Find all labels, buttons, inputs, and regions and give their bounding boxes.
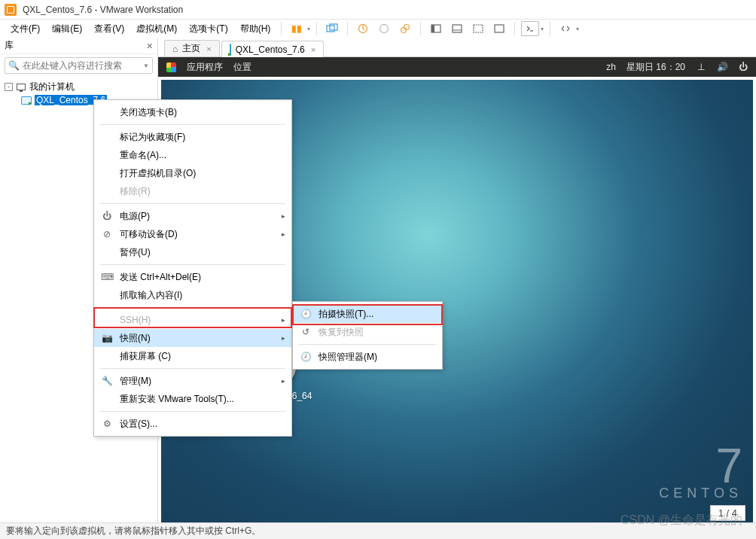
svg-rect-7 xyxy=(431,25,434,32)
menu-view[interactable]: 查看(V) xyxy=(90,21,129,37)
menu-file[interactable]: 文件(F) xyxy=(6,21,44,37)
status-bar: 要将输入定向到该虚拟机，请将鼠标指针移入其中或按 Ctrl+G。 xyxy=(0,522,756,539)
view-console-icon[interactable] xyxy=(490,21,508,36)
view-fullscreen-icon[interactable] xyxy=(469,21,487,36)
sub-snapshot-manager[interactable]: 🕗快照管理器(M) xyxy=(293,348,442,366)
ctx-favorite[interactable]: 标记为收藏项(F) xyxy=(94,128,291,146)
volume-icon[interactable]: 🔊 xyxy=(717,62,727,72)
guest-applications[interactable]: 应用程序 xyxy=(187,61,223,74)
snapshot-revert-icon[interactable] xyxy=(375,21,393,36)
ctx-close-tab[interactable]: 关闭选项卡(B) xyxy=(94,103,291,121)
ctx-pause[interactable]: 暂停(U) xyxy=(94,243,291,261)
status-text: 要将输入定向到该虚拟机，请将鼠标指针移入其中或按 Ctrl+G。 xyxy=(6,525,261,537)
settings-icon: ⚙ xyxy=(100,419,114,429)
screens-icon[interactable] xyxy=(323,21,341,36)
title-bar: QXL_Centos_7.6 - VMware Workstation xyxy=(0,0,756,20)
snapshot-icon: 📷 xyxy=(100,333,114,343)
network-icon[interactable]: ⊥ xyxy=(696,62,706,72)
view-single-icon[interactable] xyxy=(427,21,445,36)
close-icon[interactable]: × xyxy=(311,45,316,54)
snapshot-take-icon[interactable] xyxy=(354,21,372,36)
window-title: QXL_Centos_7.6 - VMware Workstation xyxy=(23,5,183,15)
svg-rect-8 xyxy=(453,25,462,32)
tree-root[interactable]: - 我的计算机 xyxy=(5,80,153,93)
computer-icon xyxy=(16,82,26,91)
ctx-grab[interactable]: 抓取输入内容(I) xyxy=(94,286,291,304)
revert-icon: ↺ xyxy=(299,327,312,337)
vm-icon xyxy=(230,44,231,55)
ctx-removable[interactable]: ⊘可移动设备(D)▸ xyxy=(94,225,291,243)
svg-point-4 xyxy=(401,28,407,33)
ctx-send-cad[interactable]: ⌨发送 Ctrl+Alt+Del(E) xyxy=(94,268,291,286)
clock-icon: 🕘 xyxy=(299,309,312,319)
ctx-snapshot[interactable]: 📷快照(N)▸ xyxy=(94,329,291,347)
sub-revert: ↺恢复到快照 xyxy=(293,323,442,341)
wrench-icon: 🔧 xyxy=(100,376,114,386)
menu-edit[interactable]: 编辑(E) xyxy=(47,21,87,37)
library-search[interactable]: 🔍 ▼ xyxy=(5,57,153,74)
keyboard-icon: ⌨ xyxy=(100,272,114,282)
svg-rect-0 xyxy=(327,26,334,32)
tab-vm[interactable]: QXL_Centos_7.6 × xyxy=(221,41,325,57)
tab-strip: ⌂ 主页 × QXL_Centos_7.6 × xyxy=(158,38,756,57)
applications-icon xyxy=(166,62,176,72)
ctx-manage[interactable]: 🔧管理(M)▸ xyxy=(94,372,291,390)
ctx-settings[interactable]: ⚙设置(S)... xyxy=(94,415,291,433)
ctx-remove: 移除(R) xyxy=(94,182,291,200)
collapse-icon[interactable]: - xyxy=(5,83,13,91)
search-icon: 🔍 xyxy=(8,60,20,71)
ctx-ssh: SSH(H)▸ xyxy=(94,311,291,329)
snapshot-manager-icon[interactable] xyxy=(396,21,414,36)
power-icon[interactable]: ⏻ xyxy=(738,62,748,72)
console-open-icon[interactable] xyxy=(521,21,539,36)
svg-point-5 xyxy=(404,25,410,30)
menu-tabs[interactable]: 选项卡(T) xyxy=(184,21,232,37)
ctx-open-dir[interactable]: 打开虚拟机目录(O) xyxy=(94,164,291,182)
page-indicator: 1 / 4 xyxy=(710,505,745,521)
vm-context-menu: 关闭选项卡(B) 标记为收藏项(F) 重命名(A)... 打开虚拟机目录(O) … xyxy=(93,99,292,437)
devices-icon: ⊘ xyxy=(100,229,114,239)
svg-rect-11 xyxy=(495,25,504,32)
vmware-logo-icon xyxy=(5,4,17,16)
close-icon[interactable]: × xyxy=(206,44,211,53)
library-close-icon[interactable]: × xyxy=(147,40,153,52)
search-dropdown-icon[interactable]: ▼ xyxy=(143,62,149,69)
tab-home[interactable]: ⌂ 主页 × xyxy=(164,40,220,56)
ctx-reinstall-tools[interactable]: 重新安装 VMware Tools(T)... xyxy=(94,390,291,408)
snapshot-submenu: 🕘拍摄快照(T)... ↺恢复到快照 🕗快照管理器(M) xyxy=(292,301,443,370)
svg-rect-1 xyxy=(330,24,337,30)
guest-top-bar: 应用程序 位置 zh 星期日 16：20 ⊥ 🔊 ⏻ xyxy=(158,57,756,77)
pause-button[interactable]: ▮▮ xyxy=(288,21,306,36)
menu-bar: 文件(F) 编辑(E) 查看(V) 虚拟机(M) 选项卡(T) 帮助(H) ▮▮… xyxy=(0,20,756,38)
ctx-rename[interactable]: 重命名(A)... xyxy=(94,146,291,164)
sub-take-snapshot[interactable]: 🕘拍摄快照(T)... xyxy=(293,305,442,323)
home-icon: ⌂ xyxy=(172,44,178,54)
ctx-power[interactable]: ⏻电源(P)▸ xyxy=(94,207,291,225)
library-title: 库 xyxy=(5,39,14,52)
power-icon: ⏻ xyxy=(100,211,114,221)
guest-clock[interactable]: 星期日 16：20 xyxy=(626,61,685,74)
centos-brand: 7 CENTOS xyxy=(659,447,742,501)
vm-icon xyxy=(21,96,32,105)
guest-places[interactable]: 位置 xyxy=(233,61,251,74)
view-unity-icon[interactable] xyxy=(448,21,466,36)
stretch-icon[interactable] xyxy=(556,21,575,36)
svg-point-3 xyxy=(380,25,389,33)
menu-vm[interactable]: 虚拟机(M) xyxy=(132,21,181,37)
search-input[interactable] xyxy=(23,60,143,71)
svg-rect-10 xyxy=(474,25,483,32)
ctx-capture[interactable]: 捕获屏幕 (C) xyxy=(94,347,291,365)
guest-lang[interactable]: zh xyxy=(606,62,616,72)
manager-icon: 🕗 xyxy=(299,352,312,362)
menu-help[interactable]: 帮助(H) xyxy=(236,21,276,37)
